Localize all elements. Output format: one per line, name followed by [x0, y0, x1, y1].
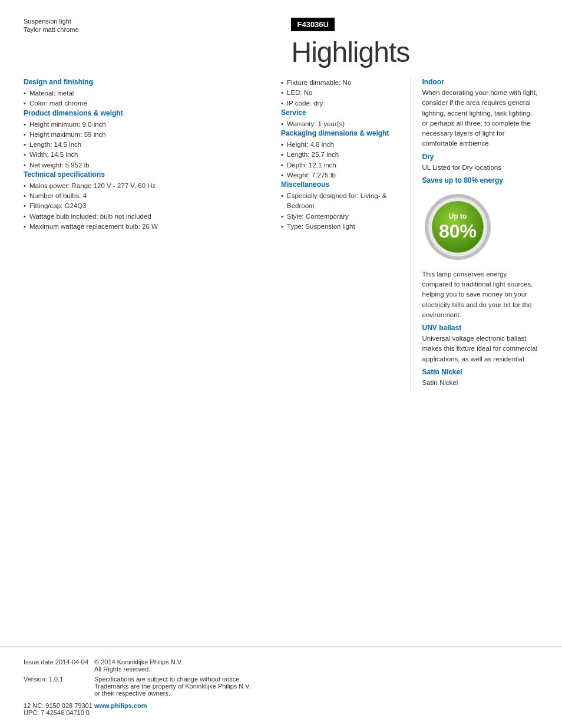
- product-type: Suspension light: [24, 18, 271, 25]
- saves-energy-highlight: Saves up to 80% energy: [422, 176, 539, 320]
- list-item: Color: matt chrome: [24, 98, 269, 108]
- miscellaneous-title: Miscellaneous: [281, 180, 398, 189]
- list-item: Length: 14.5 inch: [24, 140, 269, 150]
- fixture-info-section: Fixture dimmable: No LED: No IP code: dr…: [281, 78, 398, 108]
- service-section: Service Warranty: 1 year(s): [281, 108, 398, 129]
- highlights-col: Indoor When decorating your home with li…: [410, 78, 539, 391]
- list-item: LED: No: [281, 88, 398, 98]
- right-area: Fixture dimmable: No LED: No IP code: dr…: [281, 78, 538, 391]
- footer-copyright: © 2014 Koninklijke Philips N.V.: [94, 658, 538, 666]
- design-finishing-title: Design and finishing: [24, 78, 269, 86]
- dry-text: UL Listed for Dry locations: [422, 163, 539, 173]
- list-item: Length: 25.7 inch: [281, 150, 398, 160]
- list-item: Depth: 12.1 inch: [281, 160, 398, 170]
- list-item: Height maximum: 59 inch: [24, 130, 269, 140]
- list-item: Weight: 7.275 lb: [281, 170, 398, 180]
- footer-copyright-block: © 2014 Koninklijke Philips N.V. All Righ…: [94, 658, 538, 673]
- specs-middle-col: Fixture dimmable: No LED: No IP code: dr…: [281, 78, 410, 391]
- indoor-highlight: Indoor When decorating your home with li…: [422, 78, 539, 149]
- footer-nc-row: 12 NC: 9150 028 79301 UPC: 7 42546 04710…: [24, 702, 538, 716]
- technical-specs-title: Technical specifications: [24, 170, 269, 179]
- highlights-title: Highlights: [291, 36, 538, 68]
- footer-issue-row: Issue date 2014-04-04 © 2014 Koninklijke…: [24, 658, 538, 673]
- packaging-section: Packaging dimensions & weight Height: 4.…: [281, 129, 398, 180]
- footer-disclaimer-line2: Trademarks are the property of Koninklij…: [94, 683, 538, 690]
- list-item: Number of bulbs: 4: [24, 191, 269, 201]
- list-item: Especially designed for: Living- & Bedro…: [281, 191, 398, 212]
- footer-disclaimer-line1: Specifications are subject to change wit…: [94, 676, 538, 683]
- saves-energy-title: Saves up to 80% energy: [422, 176, 539, 185]
- packaging-title: Packaging dimensions & weight: [281, 129, 398, 137]
- unv-ballast-title: UNV ballast: [422, 324, 539, 332]
- product-dimensions-section: Product dimensions & weight Height minim…: [24, 109, 269, 170]
- list-item: Fixture dimmable: No: [281, 78, 398, 88]
- footer-website[interactable]: www.philips.com: [94, 702, 147, 709]
- svg-text:Up to: Up to: [448, 212, 467, 220]
- unv-ballast-text: Universal voltage electronic ballast mak…: [422, 334, 539, 364]
- list-item: Height: 4.8 inch: [281, 140, 398, 150]
- satin-nickel-text: Satin Nickel: [422, 378, 539, 388]
- svg-text:80%: 80%: [438, 220, 476, 242]
- list-item: Wattage bulb included: bulb not included: [24, 212, 269, 222]
- list-item: Type: Suspension light: [281, 222, 398, 232]
- satin-nickel-title: Satin Nickel: [422, 368, 539, 376]
- footer-version-label: Version: 1.0.1: [24, 676, 94, 683]
- indoor-text: When decorating your home with light, co…: [422, 88, 539, 149]
- miscellaneous-list: Especially designed for: Living- & Bedro…: [281, 191, 398, 232]
- list-item: Warranty: 1 year(s): [281, 119, 398, 129]
- design-finishing-section: Design and finishing Material: metal Col…: [24, 78, 269, 109]
- footer-disclaimer-line3: or their respective owners.: [94, 690, 538, 697]
- list-item: Width: 14.5 inch: [24, 150, 269, 160]
- footer-upc-label: UPC: 7 42546 04710 0: [24, 709, 94, 716]
- technical-specs-list: Mains power: Range 120 V - 277 V, 60 Hz …: [24, 181, 269, 232]
- satin-nickel-highlight: Satin Nickel Satin Nickel: [422, 368, 539, 388]
- footer-website-block: www.philips.com: [94, 702, 538, 709]
- product-name: Taylor matt chrome: [24, 26, 271, 33]
- page: Suspension light Taylor matt chrome F430…: [0, 0, 562, 728]
- miscellaneous-section: Miscellaneous Especially designed for: L…: [281, 180, 398, 232]
- indoor-title: Indoor: [422, 78, 539, 86]
- main-content: Design and finishing Material: metal Col…: [24, 78, 538, 391]
- footer-nc-upc-block: 12 NC: 9150 028 79301 UPC: 7 42546 04710…: [24, 702, 94, 716]
- specs-left-col: Design and finishing Material: metal Col…: [24, 78, 281, 391]
- list-item: Material: metal: [24, 88, 269, 98]
- footer-issue-label: Issue date 2014-04-04: [24, 658, 94, 666]
- footer-rights: All Rights reserved.: [94, 666, 538, 673]
- product-dimensions-title: Product dimensions & weight: [24, 109, 269, 117]
- list-item: IP code: dry: [281, 98, 398, 108]
- energy-badge-wrapper: Up to 80%: [422, 192, 539, 262]
- energy-note-text: This lamp conserves energy compared to t…: [422, 269, 539, 320]
- list-item: Fitting/cap: G24Q3: [24, 201, 269, 211]
- product-dimensions-list: Height minimum: 9.0 inch Height maximum:…: [24, 120, 269, 170]
- dry-highlight: Dry UL Listed for Dry locations: [422, 153, 539, 173]
- footer-version-row: Version: 1.0.1 Specifications are subjec…: [24, 676, 538, 697]
- list-item: Height minimum: 9.0 inch: [24, 120, 269, 130]
- list-item: Net weight: 5.952 lb: [24, 160, 269, 170]
- product-code: F43036U: [291, 18, 334, 31]
- footer-disclaimer-block: Specifications are subject to change wit…: [94, 676, 538, 697]
- list-item: Mains power: Range 120 V - 277 V, 60 Hz: [24, 181, 269, 191]
- service-list: Warranty: 1 year(s): [281, 119, 398, 129]
- dry-title: Dry: [422, 153, 539, 161]
- service-title: Service: [281, 108, 398, 117]
- unv-ballast-highlight: UNV ballast Universal voltage electronic…: [422, 324, 539, 364]
- footer-nc-label: 12 NC: 9150 028 79301: [24, 702, 94, 709]
- design-finishing-list: Material: metal Color: matt chrome: [24, 88, 269, 109]
- fixture-info-list: Fixture dimmable: No LED: No IP code: dr…: [281, 78, 398, 108]
- technical-specs-section: Technical specifications Mains power: Ra…: [24, 170, 269, 232]
- energy-badge-svg: Up to 80%: [422, 192, 493, 262]
- list-item: Maximum wattage replacement bulb: 26 W: [24, 222, 269, 232]
- packaging-list: Height: 4.8 inch Length: 25.7 inch Depth…: [281, 140, 398, 180]
- list-item: Style: Contemporary: [281, 212, 398, 222]
- footer: Issue date 2014-04-04 © 2014 Koninklijke…: [0, 646, 562, 728]
